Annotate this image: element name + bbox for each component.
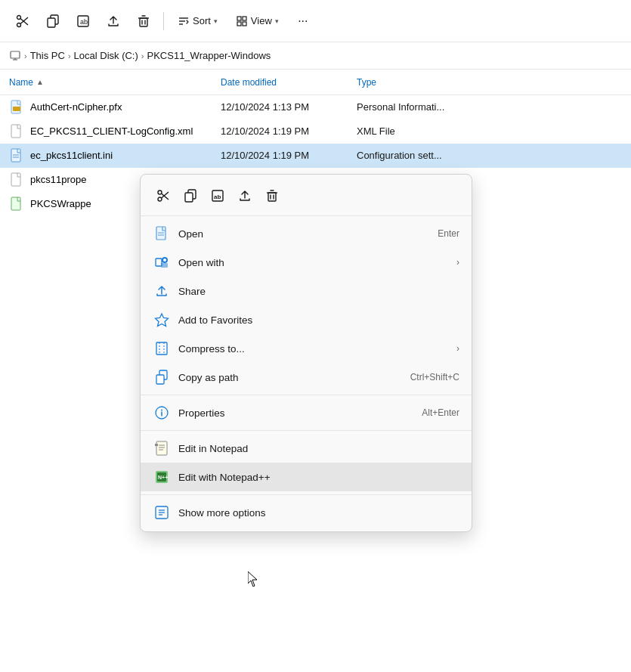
more-button[interactable]: ··· (289, 8, 317, 35)
breadcrumb-folder[interactable]: PKCS11_Wrapper-Windows (147, 50, 271, 61)
file-icon-cfg (9, 172, 24, 187)
svg-point-59 (161, 410, 162, 411)
svg-rect-47 (156, 259, 162, 266)
svg-rect-52 (156, 342, 167, 355)
svg-point-0 (17, 23, 21, 26)
file-name-1: EC_PKCS11_CLIENT-LogConfig.xml (30, 125, 221, 137)
view-button[interactable]: View ▾ (228, 8, 286, 35)
context-menu-toolbar: ab (141, 179, 472, 216)
context-menu-open-with[interactable]: Open with › (141, 248, 472, 277)
view-label: View (251, 15, 272, 26)
context-menu-properties[interactable]: Properties Alt+Enter (141, 398, 472, 427)
svg-point-49 (163, 259, 166, 262)
file-name-2: ec_pkcs11client.ini (30, 150, 221, 161)
table-row[interactable]: ec_pkcs11client.ini 12/10/2024 1:19 PM C… (0, 144, 631, 168)
properties-icon (153, 404, 171, 422)
open-with-label: Open with (178, 257, 456, 268)
svg-rect-25 (11, 125, 20, 138)
context-menu-add-favorites[interactable]: Add to Favorites (141, 305, 472, 334)
svg-marker-51 (156, 314, 169, 327)
svg-text:ab: ab (214, 194, 221, 200)
share-button[interactable] (100, 8, 127, 35)
notepad-label: Edit in Notepad (178, 443, 459, 454)
notepad-icon (153, 439, 171, 457)
copy-path-label: Copy as path (178, 372, 410, 383)
view-chevron: ▾ (275, 17, 279, 25)
context-menu-share[interactable]: Share (141, 277, 472, 305)
cm-copy-button[interactable] (177, 182, 204, 209)
delete-button[interactable] (130, 8, 157, 35)
context-menu-open[interactable]: Open Enter (141, 219, 472, 248)
context-menu-compress[interactable]: Compress to... › (141, 334, 472, 363)
svg-rect-8 (140, 18, 147, 26)
context-menu-copy-path[interactable]: Copy as path Ctrl+Shift+C (141, 363, 472, 392)
star-icon (153, 311, 171, 329)
cut-button[interactable] (9, 8, 36, 35)
sort-button[interactable]: Sort ▾ (170, 8, 225, 35)
breadcrumb-localdisk[interactable]: Local Disk (C:) (74, 50, 138, 61)
svg-rect-29 (11, 173, 20, 186)
sort-arrow-icon: ▲ (36, 78, 44, 86)
file-date-0: 12/10/2024 1:13 PM (221, 101, 357, 113)
sort-label: Sort (193, 15, 211, 26)
copypath-icon (153, 368, 171, 386)
svg-marker-72 (248, 571, 257, 587)
svg-rect-18 (237, 22, 241, 26)
open-label: Open (178, 228, 438, 240)
svg-rect-64 (155, 444, 158, 446)
properties-label: Properties (178, 407, 422, 419)
col-header-type[interactable]: Type (357, 77, 508, 88)
svg-rect-30 (11, 197, 20, 210)
file-icon-app (9, 197, 24, 212)
toolbar: ab Sort (0, 0, 631, 42)
file-type-2: Configuration sett... (357, 150, 508, 161)
compress-icon (153, 339, 171, 358)
breadcrumb-thispc[interactable]: This PC (30, 50, 65, 61)
context-menu-edit-notepadpp[interactable]: N++ Edit with Notepad++ (141, 463, 472, 491)
col-header-name[interactable]: Name ▲ (9, 77, 221, 88)
svg-rect-20 (11, 51, 20, 58)
share-label: Share (178, 286, 459, 297)
svg-rect-50 (161, 263, 168, 268)
sort-chevron: ▾ (214, 17, 218, 25)
rename-button[interactable]: ab (70, 8, 97, 35)
openwith-icon (153, 253, 171, 271)
svg-rect-39 (268, 193, 276, 201)
svg-line-2 (20, 17, 28, 24)
cm-rename-button[interactable]: ab (204, 182, 231, 209)
cm-share-button[interactable] (231, 182, 258, 209)
svg-point-32 (158, 190, 162, 194)
explorer-window: ab Sort (0, 0, 631, 672)
context-menu-show-more[interactable]: Show more options (141, 498, 472, 527)
svg-line-3 (20, 18, 28, 25)
context-menu: ab (140, 174, 472, 532)
open-with-arrow: › (456, 257, 459, 268)
cm-cut-button[interactable] (150, 182, 177, 209)
show-more-label: Show more options (178, 507, 459, 519)
col-header-date[interactable]: Date modified (221, 77, 357, 88)
svg-rect-24 (13, 107, 20, 111)
column-header-row: Name ▲ Date modified Type (0, 70, 631, 95)
svg-rect-5 (48, 18, 55, 27)
file-type-0: Personal Informati... (357, 101, 508, 113)
copy-path-shortcut: Ctrl+Shift+C (410, 372, 459, 382)
breadcrumb-bar: › This PC › Local Disk (C:) › PKCS11_Wra… (0, 42, 631, 70)
properties-shortcut: Alt+Enter (422, 407, 459, 418)
add-favorites-label: Add to Favorites (178, 314, 459, 326)
computer-icon (9, 50, 21, 62)
svg-text:ab: ab (80, 18, 88, 26)
svg-rect-36 (185, 193, 193, 202)
showmore-icon (153, 503, 171, 522)
compress-label: Compress to... (178, 343, 456, 355)
compress-arrow: › (456, 343, 459, 354)
context-menu-edit-notepad[interactable]: Edit in Notepad (141, 434, 472, 463)
cursor (248, 571, 257, 587)
copy-button[interactable] (39, 8, 67, 35)
cm-delete-button[interactable] (258, 182, 286, 209)
file-date-1: 12/10/2024 1:19 PM (221, 125, 357, 137)
share-icon (153, 282, 171, 300)
notepadpp-icon: N++ (153, 468, 171, 486)
table-row[interactable]: AuthCert-nCipher.pfx 12/10/2024 1:13 PM … (0, 95, 631, 119)
file-icon-ini (9, 148, 24, 163)
table-row[interactable]: EC_PKCS11_CLIENT-LogConfig.xml 12/10/202… (0, 119, 631, 144)
